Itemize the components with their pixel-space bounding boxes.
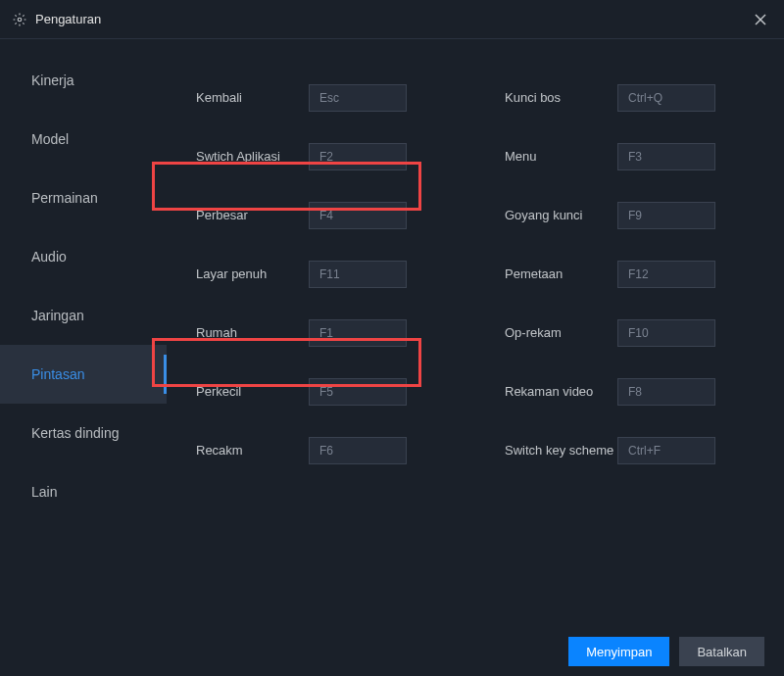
shortcuts-grid: Kembali Kunci bos Swtich Aplikasi Menu P… — [196, 69, 774, 480]
cancel-button[interactable]: Batalkan — [679, 637, 764, 666]
close-icon[interactable] — [749, 8, 772, 31]
window-title: Pengaturan — [35, 12, 749, 26]
shortcut-row: Op-rekam — [505, 304, 774, 362]
sidebar-item-jaringan[interactable]: Jaringan — [0, 286, 167, 345]
shortcut-row: Recakm — [196, 421, 466, 480]
shortcut-label: Kembali — [196, 90, 309, 107]
shortcut-input-kunci-bos[interactable] — [617, 84, 715, 112]
shortcut-row: Pemetaan — [505, 245, 774, 304]
sidebar-item-label: Audio — [31, 249, 67, 265]
shortcut-row: Perbesar — [196, 186, 466, 245]
shortcut-input-recakm[interactable] — [309, 437, 407, 464]
shortcut-input-layar-penuh[interactable] — [309, 261, 407, 288]
shortcut-input-pemetaan[interactable] — [617, 261, 715, 288]
shortcut-row: Kunci bos — [505, 69, 774, 127]
shortcut-input-perbesar[interactable] — [309, 202, 407, 229]
shortcut-input-switch-aplikasi[interactable] — [309, 143, 407, 170]
sidebar-item-lain[interactable]: Lain — [0, 462, 167, 521]
sidebar-item-label: Pintasan — [31, 366, 84, 382]
content-pane: Kembali Kunci bos Swtich Aplikasi Menu P… — [167, 39, 784, 627]
gear-icon — [12, 12, 27, 27]
sidebar-item-kertas-dinding[interactable]: Kertas dinding — [0, 404, 167, 462]
shortcut-label: Goyang kunci — [505, 208, 617, 224]
shortcut-input-menu[interactable] — [617, 143, 715, 170]
sidebar: Kinerja Model Permainan Audio Jaringan P… — [0, 39, 167, 627]
shortcut-label: Op-rekam — [505, 325, 617, 342]
shortcut-row: Goyang kunci — [505, 186, 774, 245]
shortcut-input-switch-key-scheme[interactable] — [617, 437, 715, 464]
sidebar-item-label: Model — [31, 131, 69, 147]
shortcut-row: Perkecil — [196, 362, 466, 421]
shortcut-row: Layar penuh — [196, 245, 466, 304]
shortcut-input-rumah[interactable] — [309, 319, 407, 347]
shortcut-label: Rekaman video — [505, 384, 617, 401]
shortcut-row: Rekaman video — [505, 362, 774, 421]
shortcut-label: Switch key scheme — [505, 443, 617, 459]
sidebar-item-pintasan[interactable]: Pintasan — [0, 345, 167, 404]
shortcut-label: Perbesar — [196, 208, 309, 224]
shortcut-input-rekaman-video[interactable] — [617, 378, 715, 406]
sidebar-item-label: Kinerja — [31, 72, 74, 88]
sidebar-item-label: Permainan — [31, 190, 98, 206]
shortcut-input-op-rekam[interactable] — [617, 319, 715, 347]
shortcut-row: Menu — [505, 127, 774, 186]
sidebar-item-label: Lain — [31, 484, 57, 500]
shortcut-label: Swtich Aplikasi — [196, 149, 309, 166]
shortcut-row: Switch key scheme — [505, 421, 774, 480]
sidebar-item-label: Jaringan — [31, 308, 84, 323]
save-button[interactable]: Menyimpan — [568, 637, 669, 666]
sidebar-item-model[interactable]: Model — [0, 110, 167, 169]
svg-point-0 — [18, 18, 22, 22]
titlebar: Pengaturan — [0, 0, 784, 39]
shortcut-row: Rumah — [196, 304, 466, 362]
sidebar-item-kinerja[interactable]: Kinerja — [0, 51, 167, 110]
shortcut-row: Kembali — [196, 69, 466, 127]
shortcut-row: Swtich Aplikasi — [196, 127, 466, 186]
main: Kinerja Model Permainan Audio Jaringan P… — [0, 39, 784, 627]
shortcut-input-goyang-kunci[interactable] — [617, 202, 715, 229]
sidebar-item-label: Kertas dinding — [31, 425, 120, 441]
sidebar-item-audio[interactable]: Audio — [0, 227, 167, 286]
shortcut-input-kembali[interactable] — [309, 84, 407, 112]
shortcut-label: Kunci bos — [505, 90, 617, 107]
sidebar-item-permainan[interactable]: Permainan — [0, 169, 167, 227]
shortcut-label: Perkecil — [196, 384, 309, 401]
shortcut-label: Pemetaan — [505, 266, 617, 283]
shortcut-input-perkecil[interactable] — [309, 378, 407, 406]
shortcut-label: Recakm — [196, 443, 309, 459]
shortcut-label: Layar penuh — [196, 266, 309, 283]
footer: Menyimpan Batalkan — [0, 627, 784, 676]
shortcut-label: Menu — [505, 149, 617, 166]
shortcut-label: Rumah — [196, 325, 309, 342]
